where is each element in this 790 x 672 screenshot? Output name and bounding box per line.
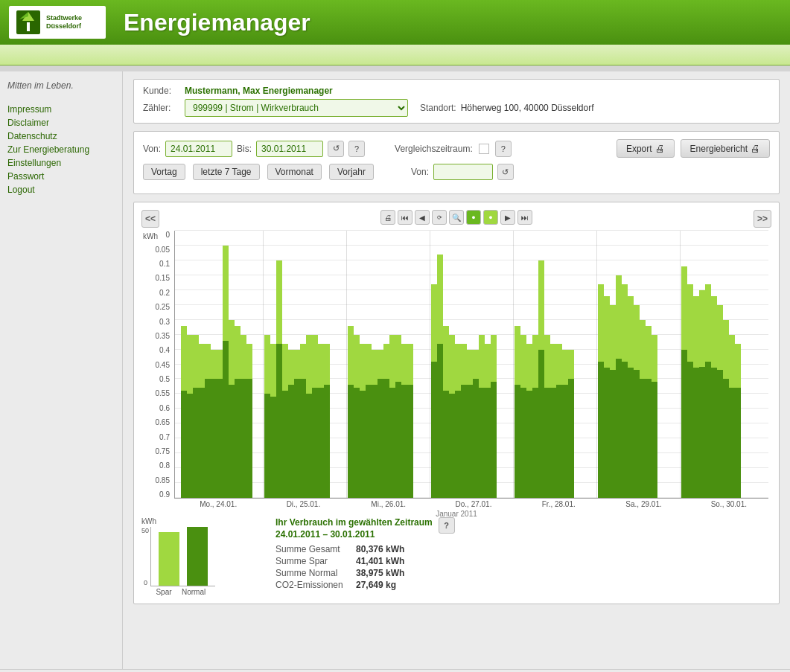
bar-combined [211, 350, 217, 498]
vergleich-help-button[interactable]: ? [495, 141, 512, 157]
all-bars [175, 231, 768, 498]
logo: Stadtwerke Düsseldorf [9, 6, 106, 39]
vorjahr-button[interactable]: Vorjahr [329, 164, 374, 180]
sidebar-item-einstellungen[interactable]: Einstellungen [7, 158, 115, 168]
bar-wrapper [300, 231, 306, 498]
chart-last-button[interactable]: ⏭ [517, 210, 532, 225]
chart-first-button[interactable]: ⏮ [398, 210, 412, 225]
zaehler-select[interactable]: 999999 | Strom | Wirkverbrauch [185, 99, 408, 117]
stats-value-0: 80,376 kWh [356, 544, 404, 554]
bar-combined [235, 326, 240, 498]
bar-wrapper [526, 231, 532, 498]
vormonat-button[interactable]: Vormonat [267, 164, 322, 180]
bar-combined [318, 344, 324, 498]
bar-combined [199, 344, 205, 498]
sidebar-item-datenschutz[interactable]: Datenschutz [7, 131, 115, 141]
chart-prev-button[interactable]: << [141, 210, 159, 228]
refresh-button[interactable]: ↺ [328, 141, 344, 157]
bar-wrapper [235, 231, 240, 498]
bar-combined [711, 296, 717, 498]
sidebar-item-impressum[interactable]: Impressum [7, 104, 115, 115]
vergleich-von-label: Von: [411, 167, 429, 177]
bar-combined [389, 335, 395, 498]
bar-wrapper [598, 231, 604, 498]
mini-bars-container: 0 [150, 527, 215, 586]
letzte7-button[interactable]: letzte 7 Tage [193, 164, 260, 180]
sidebar-item-disclaimer[interactable]: Disclaimer [7, 118, 115, 128]
bar-combined [610, 305, 616, 498]
bar-wrapper [401, 231, 407, 498]
bar-combined [443, 326, 449, 498]
bar-combined [264, 335, 270, 498]
bar-combined [288, 350, 294, 498]
chart-next-button[interactable]: ▶ [500, 210, 515, 225]
vergleich-checkbox[interactable] [479, 144, 489, 154]
bar-wrapper [389, 231, 395, 498]
bar-group-day-6 [681, 231, 762, 498]
bar-combined [550, 344, 556, 498]
chart-color2-button[interactable]: ● [483, 210, 498, 225]
chart-next-button2[interactable]: >> [754, 210, 771, 228]
bar-wrapper [604, 231, 610, 498]
bar-wrapper [634, 231, 640, 498]
bar-combined [217, 350, 223, 498]
logo-icon [15, 9, 42, 36]
bar-combined [229, 320, 235, 498]
vergleich-von-refresh[interactable]: ↺ [497, 164, 514, 180]
bar-combined [693, 296, 699, 498]
chart-color1-button[interactable]: ● [466, 210, 481, 225]
bar-wrapper [217, 231, 223, 498]
bar-wrapper [312, 231, 318, 498]
stats-help-button[interactable]: ? [439, 517, 455, 534]
bar-wrapper [372, 231, 378, 498]
von-input[interactable] [165, 141, 232, 157]
bar-combined [282, 344, 288, 498]
bar-combined [699, 290, 705, 498]
bar-wrapper [324, 231, 330, 498]
bar-wrapper [229, 231, 235, 498]
chart-nav: << 🖨 ⏮ ◀ ⟳ 🔍 ● ● ▶ ⏭ >> [141, 210, 771, 228]
bar-wrapper [461, 231, 467, 498]
controls-bottom-row: Vortag letzte 7 Tage Vormonat Vorjahr Vo… [143, 164, 770, 180]
bar-group-day-4 [515, 231, 596, 498]
bar-combined [687, 284, 693, 498]
bar-wrapper [520, 231, 526, 498]
bar-combined [568, 350, 574, 498]
stats-box: Ihr Verbrauch im gewählten Zeitraum 24.0… [275, 517, 433, 592]
energiebericht-button[interactable]: Energiebericht 🖨 [681, 139, 770, 158]
chart-zoom-in-button[interactable]: 🔍 [449, 210, 464, 225]
bar-combined [532, 335, 538, 498]
standort-value: Höherweg 100, 40000 Düsseldorf [461, 103, 594, 113]
bis-input[interactable] [256, 141, 323, 157]
chart-zoom-reset-button[interactable]: ⟳ [432, 210, 447, 225]
vortag-button[interactable]: Vortag [143, 164, 185, 180]
stats-value-2: 38,975 kWh [356, 568, 404, 578]
bar-wrapper [681, 231, 687, 498]
bar-combined [598, 284, 604, 498]
bar-wrapper [538, 231, 544, 498]
date-help-button[interactable]: ? [348, 141, 365, 157]
sidebar-item-passwort[interactable]: Passwort [7, 171, 115, 182]
header: Stadtwerke Düsseldorf Energiemanager [0, 0, 790, 45]
app-title: Energiemanager [124, 9, 310, 36]
bar-wrapper [723, 231, 729, 498]
bar-combined [324, 344, 330, 498]
bar-combined [723, 320, 729, 498]
bar-combined [449, 335, 455, 498]
export-button[interactable]: Export 🖨 [617, 139, 675, 158]
bar-combined [401, 344, 407, 498]
bar-combined [479, 335, 485, 498]
vergleich-von-group: Von: ↺ [411, 164, 514, 180]
mini-bar-spar-group [159, 527, 179, 586]
vergleich-von-input[interactable] [433, 164, 493, 180]
mini-bar-normal-group [187, 527, 208, 586]
bar-wrapper [544, 231, 550, 498]
chart-wrapper: kWh 0.9 0.85 0.8 0.75 0.7 0.65 0.6 0.55 … [141, 231, 771, 510]
sidebar-item-logout[interactable]: Logout [7, 185, 115, 195]
sidebar-item-energieberatung[interactable]: Zur Energieberatung [7, 144, 115, 155]
bar-wrapper [187, 231, 193, 498]
chart-prev2-button[interactable]: ◀ [415, 210, 430, 225]
bar-wrapper [610, 231, 616, 498]
chart-print-button[interactable]: 🖨 [380, 210, 395, 225]
controls-panel: Von: Bis: ↺ ? Vergleichszeitraum: ? Expo [133, 131, 780, 194]
